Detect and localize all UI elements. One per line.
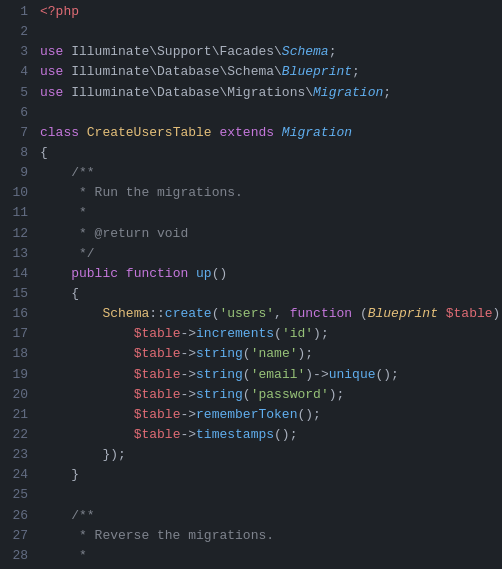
code-token: , — [274, 306, 290, 321]
code-token: ( — [243, 346, 251, 361]
code-line: <?php — [36, 2, 502, 22]
line-number: 2 — [8, 22, 28, 42]
line-number: 23 — [8, 445, 28, 465]
code-token: :: — [149, 306, 165, 321]
code-token: )-> — [305, 367, 328, 382]
line-number: 20 — [8, 385, 28, 405]
code-token: ( — [243, 387, 251, 402]
code-line: $table->string('name'); — [36, 344, 502, 364]
code-token: ; — [383, 85, 391, 100]
line-number: 16 — [8, 304, 28, 324]
code-token: string — [196, 367, 243, 382]
code-line: use Illuminate\Database\Migrations\Migra… — [36, 83, 502, 103]
code-token: Schema — [102, 306, 149, 321]
code-token: ( — [243, 367, 251, 382]
code-token: use — [40, 64, 71, 79]
code-token: Blueprint — [282, 64, 352, 79]
code-token: } — [40, 467, 79, 482]
code-token: -> — [180, 346, 196, 361]
code-line: $table->rememberToken(); — [36, 405, 502, 425]
code-token — [40, 306, 102, 321]
code-token: * Reverse the migrations. — [40, 528, 274, 543]
line-number: 26 — [8, 506, 28, 526]
code-line — [36, 22, 502, 42]
code-token: () — [212, 266, 228, 281]
code-line: * Reverse the migrations. — [36, 526, 502, 546]
code-token: $table — [446, 306, 493, 321]
code-token: ( — [360, 306, 368, 321]
code-token: ); — [313, 326, 329, 341]
code-line: * Run the migrations. — [36, 183, 502, 203]
code-line: }); — [36, 445, 502, 465]
code-token: CreateUsersTable — [87, 125, 220, 140]
code-token: * Run the migrations. — [40, 185, 243, 200]
code-line — [36, 103, 502, 123]
code-token: Illuminate\Database\Schema\ — [71, 64, 282, 79]
code-token — [40, 427, 134, 442]
line-numbers: 1234567891011121314151617181920212223242… — [0, 0, 36, 569]
code-token: string — [196, 346, 243, 361]
code-token: * @return void — [40, 226, 188, 241]
line-number: 11 — [8, 203, 28, 223]
code-token: extends — [219, 125, 281, 140]
code-line — [36, 485, 502, 505]
code-content: <?php use Illuminate\Support\Facades\Sch… — [36, 0, 502, 569]
code-token: * — [40, 205, 87, 220]
code-token: ) { — [493, 306, 502, 321]
code-line: */ — [36, 244, 502, 264]
code-token: ; — [352, 64, 360, 79]
code-line: public function up() — [36, 264, 502, 284]
line-number: 5 — [8, 83, 28, 103]
code-line: $table->string('password'); — [36, 385, 502, 405]
code-token: /** — [40, 165, 95, 180]
code-token: Migration — [313, 85, 383, 100]
code-token: $table — [134, 367, 181, 382]
code-token — [40, 266, 71, 281]
code-token: */ — [40, 246, 95, 261]
line-number: 22 — [8, 425, 28, 445]
code-token: ( — [274, 326, 282, 341]
code-token: $table — [134, 407, 181, 422]
code-token: use — [40, 85, 71, 100]
code-token: 'email' — [251, 367, 306, 382]
code-token: /** — [40, 508, 95, 523]
code-token: function — [126, 266, 196, 281]
code-token: ; — [329, 44, 337, 59]
code-token: rememberToken — [196, 407, 297, 422]
code-token: class — [40, 125, 87, 140]
code-line: * @return void — [36, 224, 502, 244]
code-token: * — [40, 548, 87, 563]
code-token: $table — [134, 346, 181, 361]
code-token — [40, 326, 134, 341]
line-number: 10 — [8, 183, 28, 203]
line-number: 8 — [8, 143, 28, 163]
line-number: 12 — [8, 224, 28, 244]
code-token: Migration — [282, 125, 352, 140]
line-number: 27 — [8, 526, 28, 546]
code-line: { — [36, 284, 502, 304]
code-token: -> — [180, 387, 196, 402]
code-token: Illuminate\Support\Facades\ — [71, 44, 282, 59]
code-line: $table->increments('id'); — [36, 324, 502, 344]
code-token: use — [40, 44, 71, 59]
code-line: $table->timestamps(); — [36, 425, 502, 445]
line-number: 13 — [8, 244, 28, 264]
code-line: class CreateUsersTable extends Migration — [36, 123, 502, 143]
code-token: create — [165, 306, 212, 321]
line-number: 25 — [8, 485, 28, 505]
code-token: }); — [40, 447, 126, 462]
line-number: 6 — [8, 103, 28, 123]
code-token: up — [196, 266, 212, 281]
code-token: (); — [274, 427, 297, 442]
code-line: } — [36, 465, 502, 485]
code-token: $table — [134, 427, 181, 442]
line-number: 3 — [8, 42, 28, 62]
line-number: 19 — [8, 365, 28, 385]
line-number: 4 — [8, 62, 28, 82]
code-token: <?php — [40, 4, 79, 19]
code-token — [40, 346, 134, 361]
code-line: { — [36, 143, 502, 163]
code-token: Schema — [282, 44, 329, 59]
code-token: -> — [180, 367, 196, 382]
code-token — [40, 367, 134, 382]
